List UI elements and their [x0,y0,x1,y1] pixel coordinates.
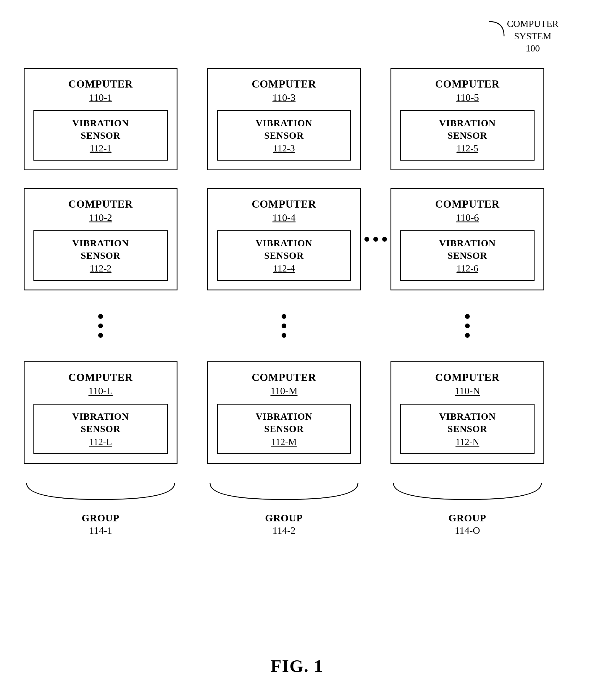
group-brace-2 [207,482,361,504]
hdot-2 [373,237,378,242]
group-brace-O [391,482,544,504]
computer-id-110-1: 110-1 [33,92,168,103]
vdot-c1-3 [98,333,103,338]
sensor-label-112-6: VIBRATIONSENSOR [407,237,528,262]
vdot-c3-3 [465,333,470,338]
computer-box-110-3: COMPUTER 110-3 VIBRATIONSENSOR 112-3 [207,68,361,170]
sensor-box-112-3: VIBRATIONSENSOR 112-3 [217,110,351,161]
computer-label-110-2: COMPUTER [33,198,168,210]
vdot-c2-1 [282,314,286,319]
sensor-id-112-2: 112-2 [40,263,161,274]
group-1-id: 114-1 [24,525,177,536]
vdot-c2-3 [282,333,286,338]
sensor-box-112-L: VIBRATIONSENSOR 112-L [33,404,168,454]
vdot-c3-1 [465,314,470,319]
computer-id-110-L: 110-L [33,385,168,397]
computer-id-110-M: 110-M [217,385,351,397]
computer-label-110-5: COMPUTER [400,78,534,90]
sensor-label-112-M: VIBRATIONSENSOR [224,410,344,435]
computer-box-110-M: COMPUTER 110-M VIBRATIONSENSOR 112-M [207,361,361,464]
sensor-id-112-4: 112-4 [224,263,344,274]
group-2-label-container: GROUP 114-2 [207,512,361,536]
computer-id-110-6: 110-6 [400,212,534,223]
sensor-label-112-5: VIBRATIONSENSOR [407,117,528,142]
group-labels-row: GROUP 114-1 GROUP 114-2 GROUP 114-O [24,512,570,536]
computer-id-110-2: 110-2 [33,212,168,223]
system-label-line2: SYSTEM [507,30,559,42]
computer-box-110-5: COMPUTER 110-5 VIBRATIONSENSOR 112-5 [391,68,544,170]
vdot-c1-2 [98,324,103,328]
vdots-col2 [207,308,361,344]
sensor-box-112-N: VIBRATIONSENSOR 112-N [400,404,534,454]
sensor-box-112-6: VIBRATIONSENSOR 112-6 [400,230,534,281]
computer-label-110-4: COMPUTER [217,198,351,210]
vdot-c2-2 [282,324,286,328]
group-2-label: GROUP [207,512,361,524]
vdot-c3-2 [465,324,470,328]
sensor-label-112-2: VIBRATIONSENSOR [40,237,161,262]
computer-box-110-1: COMPUTER 110-1 VIBRATIONSENSOR 112-1 [24,68,177,170]
sensor-id-112-1: 112-1 [40,143,161,154]
sensor-box-112-5: VIBRATIONSENSOR 112-5 [400,110,534,161]
sensor-id-112-L: 112-L [40,436,161,447]
group-2-id: 114-2 [207,525,361,536]
sensor-box-112-1: VIBRATIONSENSOR 112-1 [33,110,168,161]
hdot-3 [382,237,387,242]
computer-box-110-4: COMPUTER 110-4 VIBRATIONSENSOR 112-4 [207,188,361,291]
row-4: COMPUTER 110-L VIBRATIONSENSOR 112-L COM… [24,361,570,464]
sensor-id-112-5: 112-5 [407,143,528,154]
sensor-label-112-N: VIBRATIONSENSOR [407,410,528,435]
fig-label: FIG. 1 [271,656,324,676]
computer-box-110-L: COMPUTER 110-L VIBRATIONSENSOR 112-L [24,361,177,464]
vdots-row [24,308,570,344]
computer-label-110-6: COMPUTER [400,198,534,210]
computer-label-110-M: COMPUTER [217,371,351,384]
group-1-label-container: GROUP 114-1 [24,512,177,536]
group-O-id: 114-O [391,525,544,536]
group-brace-1 [24,482,177,504]
sensor-id-112-3: 112-3 [224,143,344,154]
computer-label-110-N: COMPUTER [400,371,534,384]
sensor-box-112-4: VIBRATIONSENSOR 112-4 [217,230,351,281]
computer-box-110-6: COMPUTER 110-6 VIBRATIONSENSOR 112-6 [391,188,544,291]
computer-box-110-2: COMPUTER 110-2 VIBRATIONSENSOR 112-2 [24,188,177,291]
computer-id-110-5: 110-5 [400,92,534,103]
computer-id-110-3: 110-3 [217,92,351,103]
computer-label-110-L: COMPUTER [33,371,168,384]
sensor-id-112-6: 112-6 [407,263,528,274]
computer-label-110-1: COMPUTER [33,78,168,90]
system-label: COMPUTER SYSTEM 100 [504,18,559,55]
vdots-col3 [391,308,544,344]
sensor-box-112-2: VIBRATIONSENSOR 112-2 [33,230,168,281]
system-label-line3: 100 [507,42,559,55]
vdot-c1-1 [98,314,103,319]
sensor-label-112-1: VIBRATIONSENSOR [40,117,161,142]
computer-label-110-3: COMPUTER [217,78,351,90]
sensor-id-112-M: 112-M [224,436,344,447]
sensor-id-112-N: 112-N [407,436,528,447]
computer-id-110-N: 110-N [400,385,534,397]
sensor-label-112-L: VIBRATIONSENSOR [40,410,161,435]
hdots [361,237,391,242]
sensor-label-112-4: VIBRATIONSENSOR [224,237,344,262]
row-2: COMPUTER 110-2 VIBRATIONSENSOR 112-2 COM… [24,188,570,291]
computer-box-110-N: COMPUTER 110-N VIBRATIONSENSOR 112-N [391,361,544,464]
group-O-label: GROUP [391,512,544,524]
group-1-label: GROUP [24,512,177,524]
page: COMPUTER SYSTEM 100 COMPUTER 110-1 VIBRA… [0,0,594,700]
computer-id-110-4: 110-4 [217,212,351,223]
vdots-col1 [24,308,177,344]
row-1: COMPUTER 110-1 VIBRATIONSENSOR 112-1 COM… [24,68,570,170]
group-O-label-container: GROUP 114-O [391,512,544,536]
sensor-box-112-M: VIBRATIONSENSOR 112-M [217,404,351,454]
sensor-label-112-3: VIBRATIONSENSOR [224,117,344,142]
system-label-line1: COMPUTER [507,18,559,30]
hdot-1 [364,237,369,242]
braces-row [24,482,570,504]
